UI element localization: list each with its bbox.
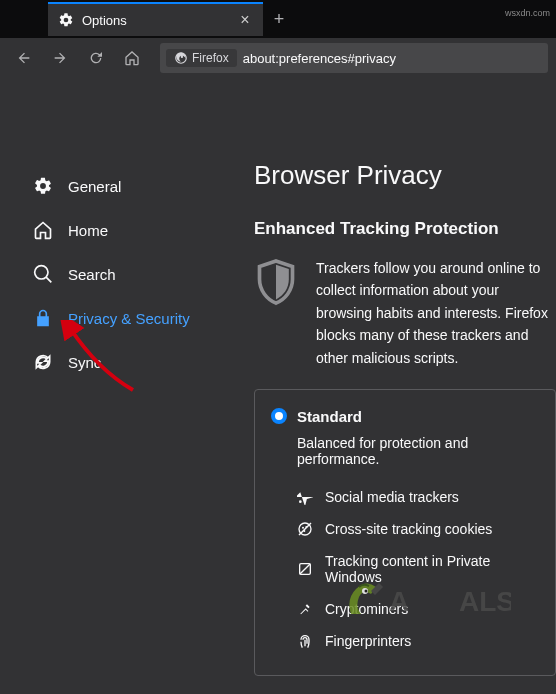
social-tracker-icon	[297, 489, 313, 505]
gear-icon	[32, 176, 54, 196]
sidebar-item-label: Privacy & Security	[68, 310, 190, 327]
home-button[interactable]	[116, 42, 148, 74]
list-item: Social media trackers	[297, 481, 539, 513]
list-item: Fingerprinters	[297, 625, 539, 657]
sidebar-item-label: Home	[68, 222, 108, 239]
identity-label: Firefox	[192, 51, 229, 65]
toolbar: Firefox about:preferences#privacy	[0, 38, 556, 78]
etp-description-text: Trackers follow you around online to col…	[316, 257, 556, 369]
page-title: Browser Privacy	[254, 160, 556, 191]
radio-label: Standard	[297, 408, 362, 425]
gear-icon	[58, 12, 74, 28]
protection-list: Social media trackers Cross-site trackin…	[297, 481, 539, 657]
sidebar-item-label: Sync	[68, 354, 101, 371]
list-item: Cryptominers	[297, 593, 539, 625]
sidebar-item-privacy-security[interactable]: Privacy & Security	[20, 300, 236, 336]
close-icon[interactable]: ×	[237, 12, 253, 28]
tab-options[interactable]: Options ×	[48, 2, 263, 36]
list-item: Tracking content in Private Windows	[297, 545, 539, 593]
fingerprint-icon	[297, 633, 313, 649]
sidebar-item-general[interactable]: General	[20, 168, 236, 204]
svg-point-3	[302, 527, 304, 529]
sidebar-item-label: General	[68, 178, 121, 195]
content-pane: Browser Privacy Enhanced Tracking Protec…	[236, 78, 556, 694]
lock-icon	[32, 308, 54, 328]
firefox-icon	[174, 51, 188, 65]
radio-description: Balanced for protection and performance.	[297, 435, 539, 467]
sync-icon	[32, 352, 54, 372]
cryptominer-icon	[297, 601, 313, 617]
sidebar-item-label: Search	[68, 266, 116, 283]
forward-button[interactable]	[44, 42, 76, 74]
search-icon	[32, 264, 54, 284]
new-tab-button[interactable]: +	[263, 3, 295, 35]
url-text: about:preferences#privacy	[243, 51, 396, 66]
tab-title: Options	[82, 13, 229, 28]
radio-standard[interactable]: Standard	[271, 408, 539, 425]
back-button[interactable]	[8, 42, 40, 74]
svg-line-8	[300, 564, 311, 575]
svg-point-1	[299, 500, 302, 503]
home-icon	[32, 220, 54, 240]
shield-icon	[254, 257, 298, 369]
tab-bar: Options × +	[0, 0, 556, 38]
sidebar-item-home[interactable]: Home	[20, 212, 236, 248]
list-item: Cross-site tracking cookies	[297, 513, 539, 545]
sidebar: General Home Search Privacy & Security S…	[0, 78, 236, 694]
main-area: General Home Search Privacy & Security S…	[0, 78, 556, 694]
url-bar[interactable]: Firefox about:preferences#privacy	[160, 43, 548, 73]
etp-description-row: Trackers follow you around online to col…	[254, 257, 556, 369]
sidebar-item-sync[interactable]: Sync	[20, 344, 236, 380]
sidebar-item-search[interactable]: Search	[20, 256, 236, 292]
tracking-content-icon	[297, 561, 313, 577]
protection-standard-box: Standard Balanced for protection and per…	[254, 389, 556, 676]
cookie-icon	[297, 521, 313, 537]
reload-button[interactable]	[80, 42, 112, 74]
section-title: Enhanced Tracking Protection	[254, 219, 556, 239]
radio-icon	[271, 408, 287, 424]
identity-box[interactable]: Firefox	[166, 49, 237, 67]
